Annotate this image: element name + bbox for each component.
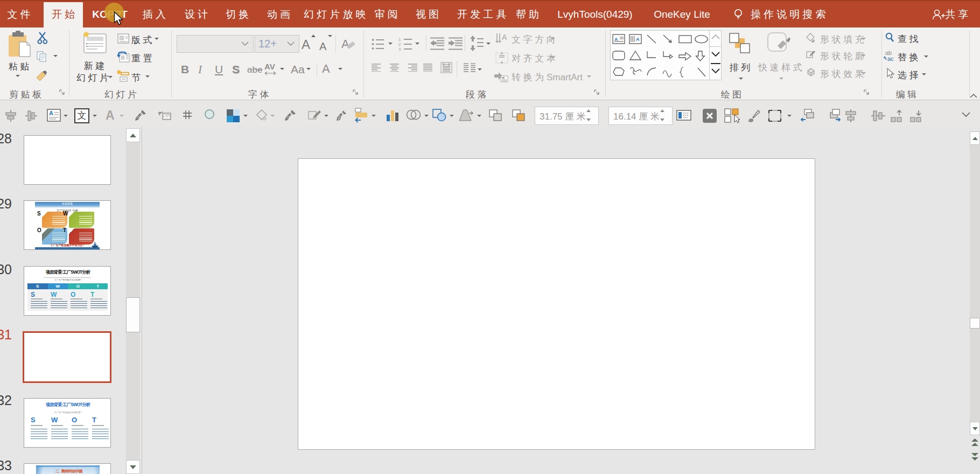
svg-text:ac: ac [887,55,894,61]
svg-text:3: 3 [398,47,401,51]
svg-text:1: 1 [398,37,401,42]
svg-text:2: 2 [398,42,401,47]
svg-text:A: A [49,110,53,116]
svg-text:A: A [502,33,507,41]
svg-text:A: A [636,37,640,42]
